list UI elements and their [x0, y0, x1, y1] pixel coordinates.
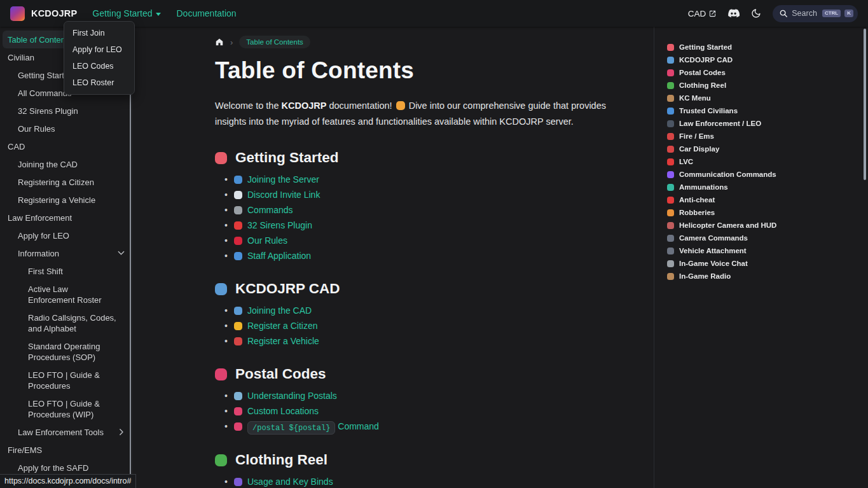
- sidebar-item-law-enforcement-tools[interactable]: Law Enforcement Tools: [0, 423, 132, 441]
- toc-item-in-game-voice-chat[interactable]: In-Game Voice Chat: [667, 257, 868, 270]
- speech-balloon-icon: [234, 191, 242, 199]
- dropdown-item-leo-codes[interactable]: LEO Codes: [64, 58, 134, 74]
- sidebar-item-joining-the-cad[interactable]: Joining the CAD: [0, 155, 132, 173]
- content-link-custom-locations[interactable]: Custom Locations: [247, 406, 319, 416]
- toc-item-in-game-radio[interactable]: In-Game Radio: [667, 270, 868, 282]
- navbar-right: CAD Search CTRL K: [688, 5, 858, 22]
- toc-item-kc-menu[interactable]: KC Menu: [667, 92, 868, 104]
- content-link-usage-and-key-binds[interactable]: Usage and Key Binds: [247, 477, 333, 487]
- list-item: Staff Application: [224, 251, 646, 261]
- toc-item-car-display[interactable]: Car Display: [667, 143, 868, 155]
- dropdown-item-leo-roster[interactable]: LEO Roster: [64, 74, 134, 91]
- toc-item-getting-started[interactable]: Getting Started: [667, 41, 868, 53]
- person-icon: [234, 322, 242, 330]
- sidebar-item-our-rules[interactable]: Our Rules: [0, 120, 132, 137]
- police-light-icon: [667, 158, 674, 165]
- sidebar-nav: Table of ContentsCivilianGetting Started…: [0, 27, 132, 488]
- content-link-command[interactable]: /postal ${postal} Command: [247, 421, 379, 432]
- breadcrumb-current: Table of Contents: [239, 36, 310, 48]
- content-link-32-sirens-plugin[interactable]: 32 Sirens Plugin: [247, 220, 312, 230]
- sidebar-item-leo-fto-guide-procedures[interactable]: LEO FTO | Guide & Procedures: [0, 366, 132, 394]
- sidebar-item-32-sirens-plugin[interactable]: 32 Sirens Plugin: [0, 102, 132, 120]
- search-icon: [779, 9, 788, 18]
- nav-item-cad[interactable]: CAD: [688, 9, 717, 18]
- sidebar-item-information[interactable]: Information: [0, 244, 132, 262]
- content-link-register-a-vehicle[interactable]: Register a Vehicle: [247, 336, 319, 346]
- toc-item-ammunations[interactable]: Ammunations: [667, 181, 868, 193]
- prohibited-icon: [667, 197, 674, 204]
- toc-item-communication-commands[interactable]: Communication Commands: [667, 168, 868, 181]
- chevron-down-icon[interactable]: [116, 249, 126, 258]
- game-controller-icon: [234, 478, 242, 486]
- home-icon[interactable]: [215, 38, 224, 46]
- clipboard-icon: [667, 95, 674, 102]
- shield-icon: [667, 108, 674, 115]
- helicopter-icon: [667, 222, 674, 229]
- list-item: Understanding Postals: [224, 391, 646, 401]
- dropdown-item-apply-for-leo[interactable]: Apply for LEO: [64, 41, 134, 58]
- content-link-commands[interactable]: Commands: [247, 205, 293, 215]
- bell-icon: [667, 171, 674, 178]
- sidebar-item-law-enforcement[interactable]: Law Enforcement: [0, 209, 132, 227]
- chevron-down-icon: [156, 13, 161, 16]
- site-logo[interactable]: [10, 6, 25, 21]
- content-link-register-a-citizen[interactable]: Register a Citizen: [247, 321, 318, 331]
- sidebar-item-fire-ems[interactable]: Fire/EMS: [0, 441, 132, 459]
- toc-item-helicopter-camera-and-hud[interactable]: Helicopter Camera and HUD: [667, 219, 868, 232]
- breadcrumb-separator: ›: [230, 38, 233, 47]
- content-sections: Getting StartedJoining the ServerDiscord…: [215, 150, 646, 488]
- content-link-joining-the-cad[interactable]: Joining the CAD: [247, 305, 312, 316]
- sidebar-item-apply-for-leo[interactable]: Apply for LEO: [0, 227, 132, 244]
- section-getting-started: Getting StartedJoining the ServerDiscord…: [215, 150, 646, 261]
- brand-title[interactable]: KCDOJRP: [31, 8, 77, 18]
- sidebar-item-first-shift[interactable]: First Shift: [0, 262, 132, 280]
- pushpin-icon: [234, 422, 242, 431]
- round-pushpin-icon: [215, 368, 227, 380]
- dropdown-item-first-join[interactable]: First Join: [64, 25, 134, 41]
- toc-item-camera-commands[interactable]: Camera Commands: [667, 232, 868, 244]
- sidebar-item-registering-a-citizen[interactable]: Registering a Citizen: [0, 173, 132, 191]
- toc-item-clothing-reel[interactable]: Clothing Reel: [667, 79, 868, 92]
- discord-icon[interactable]: [727, 9, 740, 18]
- party-popper-icon: [396, 101, 405, 110]
- nav-item-documentation[interactable]: Documentation: [176, 8, 236, 18]
- sidebar-item-registering-a-vehicle[interactable]: Registering a Vehicle: [0, 191, 132, 209]
- car-icon: [667, 146, 674, 153]
- page-scrollbar[interactable]: [864, 29, 866, 180]
- sidebar-item-cad[interactable]: CAD: [0, 137, 132, 155]
- water-gun-icon: [667, 184, 674, 191]
- toc-panel: Getting StartedKCDOJRP CADPostal CodesCl…: [654, 27, 868, 488]
- sidebar-item-radio-callsigns-codes-and-alphabet[interactable]: Radio Callsigns, Codes, and Alphabet: [0, 309, 132, 337]
- computer-icon: [234, 307, 242, 315]
- toc-item-kcdojrp-cad[interactable]: KCDOJRP CAD: [667, 53, 868, 66]
- content-link-discord-invite-link[interactable]: Discord Invite Link: [247, 190, 320, 200]
- police-light-icon: [234, 221, 242, 230]
- toc-item-anti-cheat[interactable]: Anti-cheat: [667, 193, 868, 206]
- list-item: 32 Sirens Plugin: [224, 220, 646, 230]
- sidebar-scrollbar[interactable]: [130, 89, 131, 480]
- toc-item-law-enforcement-leo[interactable]: Law Enforcement / LEO: [667, 117, 868, 130]
- sidebar-item-standard-operating-procedures-sop[interactable]: Standard Operating Procedures (SOP): [0, 337, 132, 366]
- section-kcdojrp-cad: KCDOJRP CADJoining the CADRegister a Cit…: [215, 281, 646, 346]
- content-link-staff-application[interactable]: Staff Application: [247, 251, 311, 261]
- chevron-right-icon[interactable]: [116, 428, 126, 437]
- toc-item-postal-codes[interactable]: Postal Codes: [667, 66, 868, 79]
- toc-item-trusted-civilians[interactable]: Trusted Civilians: [667, 104, 868, 117]
- rocket-icon: [667, 44, 674, 51]
- search-input[interactable]: Search CTRL K: [773, 5, 858, 22]
- nav-item-getting-started[interactable]: Getting Started: [92, 8, 161, 18]
- moon-icon[interactable]: [751, 8, 761, 18]
- toc-item-lvc[interactable]: LVC: [667, 155, 868, 168]
- content-link-joining-the-server[interactable]: Joining the Server: [247, 174, 319, 185]
- main-content: › Table of Contents Table of Contents We…: [215, 27, 646, 488]
- content-link-understanding-postals[interactable]: Understanding Postals: [247, 391, 337, 401]
- sidebar-item-active-law-enforcement-roster[interactable]: Active Law Enforcement Roster: [0, 280, 132, 309]
- intro-paragraph: Welcome to the KCDOJRP documentation! Di…: [215, 98, 636, 130]
- sidebar-item-leo-fto-guide-procedures-wip[interactable]: LEO FTO | Guide & Procedures (WIP): [0, 394, 132, 423]
- content-link-our-rules[interactable]: Our Rules: [247, 235, 287, 246]
- getting-started-dropdown: First JoinApply for LEOLEO CodesLEO Rost…: [64, 21, 135, 95]
- inline-code: /postal ${postal}: [247, 421, 335, 435]
- toc-item-vehicle-attachment[interactable]: Vehicle Attachment: [667, 244, 868, 257]
- toc-item-fire-ems[interactable]: Fire / Ems: [667, 130, 868, 143]
- toc-item-robberies[interactable]: Robberies: [667, 206, 868, 219]
